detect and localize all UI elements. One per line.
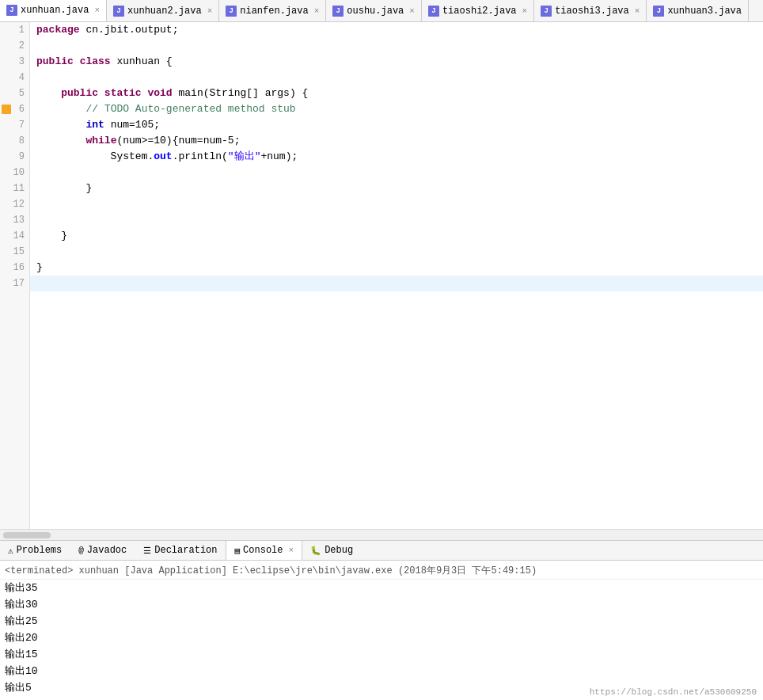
horizontal-scrollbar[interactable] — [0, 529, 763, 540]
editor-tab-6[interactable]: Jxunhuan3.java — [647, 0, 749, 21]
java-icon: J — [428, 6, 439, 17]
line-number-8: 8 — [0, 133, 29, 149]
panel-tab-javadoc[interactable]: @Javadoc — [70, 541, 135, 560]
code-line-3: public class xunhuan { — [30, 54, 763, 70]
code-line-10 — [30, 165, 763, 181]
code-line-15 — [30, 244, 763, 260]
panel-tab-console[interactable]: ▤Console× — [226, 540, 302, 560]
code-line-6: // TODO Auto-generated method stub — [30, 101, 763, 117]
line-number-9: 9 — [0, 149, 29, 165]
editor-tab-1[interactable]: Jxunhuan2.java× — [107, 0, 219, 21]
line-number-14: 14 — [0, 228, 29, 244]
tab-label: nianfen.java — [240, 6, 308, 17]
scrollbar-thumb[interactable] — [3, 532, 51, 538]
tab-close-icon[interactable]: × — [94, 6, 100, 15]
line-number-11: 11 — [0, 181, 29, 196]
console-line: 输出35 — [0, 580, 763, 596]
line-number-7: 7 — [0, 117, 29, 133]
tab-close-icon[interactable]: × — [522, 6, 528, 16]
panel-tab-label-1: Javadoc — [87, 545, 127, 556]
console-line: 输出20 — [0, 630, 763, 646]
java-icon: J — [541, 6, 552, 17]
line-number-16: 16 — [0, 260, 29, 276]
line-number-1: 1 — [0, 22, 29, 38]
debug-icon: 🐛 — [310, 546, 321, 556]
editor-tab-0[interactable]: Jxunhuan.java× — [0, 0, 107, 22]
console-icon: ▤ — [234, 546, 240, 556]
java-icon: J — [332, 6, 344, 17]
code-content[interactable]: package cn.jbit.output;public class xunh… — [30, 22, 763, 529]
editor-tab-5[interactable]: Jtiaoshi3.java× — [534, 0, 647, 21]
line-gutter: 1234567891011121314151617 — [0, 22, 30, 529]
editor-tab-bar: Jxunhuan.java×Jxunhuan2.java×Jnianfen.ja… — [0, 0, 763, 22]
tab-label: xunhuan2.java — [127, 6, 202, 17]
line-number-2: 2 — [0, 38, 29, 54]
panel-tab-problems[interactable]: ⚠Problems — [0, 541, 70, 560]
code-line-8: while(num>=10){num=num-5; — [30, 133, 763, 149]
code-line-4 — [30, 70, 763, 86]
panel-tab-bar: ⚠Problems@Javadoc☰Declaration▤Console×🐛D… — [0, 540, 763, 561]
code-line-16: } — [30, 260, 763, 276]
line-number-15: 15 — [0, 244, 29, 260]
panel-tab-label-4: Debug — [325, 545, 353, 556]
console-header: <terminated> xunhuan [Java Application] … — [0, 562, 763, 580]
tab-label: xunhuan.java — [21, 5, 89, 16]
tab-label: tiaoshi3.java — [555, 6, 629, 17]
tab-close-icon[interactable]: × — [314, 6, 320, 16]
code-line-1: package cn.jbit.output; — [30, 22, 763, 38]
code-line-17 — [30, 276, 763, 291]
console-line: 输出25 — [0, 613, 763, 630]
console-line: 输出15 — [0, 646, 763, 663]
javadoc-icon: @ — [78, 546, 84, 555]
java-icon: J — [226, 6, 237, 17]
editor-area: 1234567891011121314151617 package cn.jbi… — [0, 22, 763, 529]
editor-tab-2[interactable]: Jnianfen.java× — [219, 0, 326, 21]
line-number-6: 6 — [0, 101, 29, 117]
code-line-7: int num=105; — [30, 117, 763, 133]
code-line-12 — [30, 196, 763, 212]
tab-close-icon[interactable]: × — [409, 6, 415, 16]
watermark: https://blog.csdn.net/a530609250 — [590, 687, 757, 697]
java-icon: J — [6, 5, 17, 16]
tab-close-icon[interactable]: × — [635, 6, 640, 16]
tab-label: oushu.java — [347, 6, 404, 17]
console-area: <terminated> xunhuan [Java Application] … — [0, 561, 763, 700]
code-line-5: public static void main(String[] args) { — [30, 86, 763, 101]
code-line-14: } — [30, 228, 763, 244]
code-line-9: System.out.println("输出"+num); — [30, 149, 763, 165]
line-number-12: 12 — [0, 196, 29, 212]
line-number-13: 13 — [0, 212, 29, 228]
console-line: 输出10 — [0, 663, 763, 679]
line-number-3: 3 — [0, 54, 29, 70]
line-number-17: 17 — [0, 276, 29, 291]
line-number-5: 5 — [0, 86, 29, 101]
code-line-13 — [30, 212, 763, 228]
editor-tab-4[interactable]: Jtiaoshi2.java× — [422, 0, 534, 21]
tab-label: xunhuan3.java — [667, 6, 742, 17]
panel-tab-declaration[interactable]: ☰Declaration — [135, 541, 226, 560]
editor-tab-3[interactable]: Joushu.java× — [326, 0, 422, 21]
console-output: 输出35输出30输出25输出20输出15输出10输出5 — [0, 580, 763, 696]
java-icon: J — [653, 6, 664, 17]
problems-icon: ⚠ — [8, 546, 13, 556]
panel-tab-label-3: Console — [243, 545, 283, 556]
panel-tab-close-icon[interactable]: × — [289, 546, 294, 555]
panel-tab-label-0: Problems — [17, 545, 63, 556]
tab-label: tiaoshi2.java — [442, 6, 517, 17]
code-line-2 — [30, 38, 763, 54]
tab-close-icon[interactable]: × — [207, 6, 213, 16]
declaration-icon: ☰ — [143, 546, 151, 556]
code-line-11: } — [30, 181, 763, 196]
panel-tab-label-2: Declaration — [154, 545, 217, 556]
panel-tab-debug[interactable]: 🐛Debug — [302, 541, 362, 560]
line-number-10: 10 — [0, 165, 29, 181]
line-number-4: 4 — [0, 70, 29, 86]
console-line: 输出30 — [0, 596, 763, 613]
java-icon: J — [113, 6, 124, 17]
